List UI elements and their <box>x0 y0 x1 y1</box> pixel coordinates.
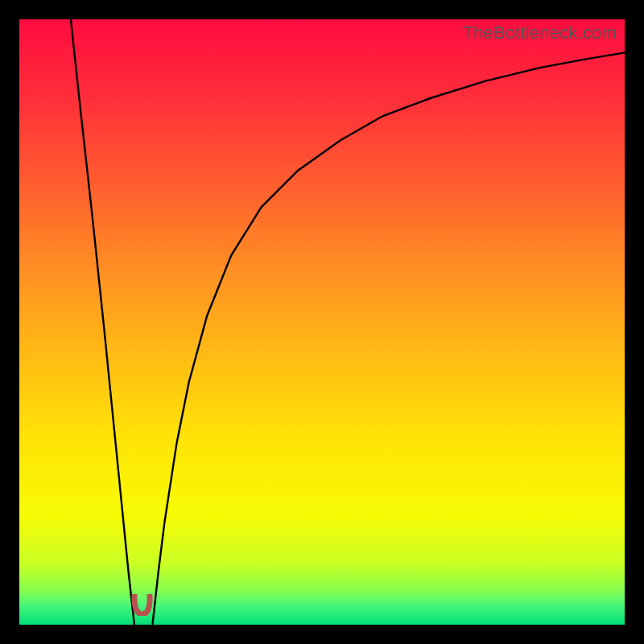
plot-frame: TheBottleneck.com <box>19 19 625 625</box>
bottleneck-curve <box>19 19 625 625</box>
